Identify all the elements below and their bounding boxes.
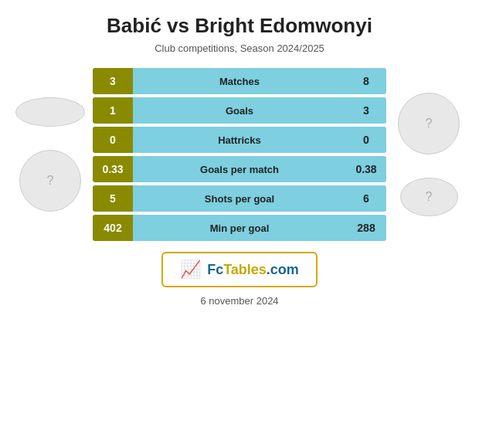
- stats-table: 3Matches81Goals30Hattricks00.33Goals per…: [93, 68, 386, 241]
- stat-row: 0Hattricks0: [93, 127, 386, 153]
- stat-right-value: 8: [346, 68, 386, 94]
- stat-right-value: 6: [346, 185, 386, 212]
- question-icon-right-top: ?: [426, 117, 433, 131]
- stat-label: Shots per goal: [133, 185, 346, 212]
- stat-row: 402Min per goal288: [93, 215, 386, 241]
- comparison-area: ? 3Matches81Goals30Hattricks00.33Goals p…: [0, 68, 479, 241]
- stat-label: Hattricks: [133, 127, 346, 153]
- stat-left-value: 0: [93, 127, 133, 153]
- logo-icon: 📈: [180, 260, 201, 280]
- avatar-left-middle: ?: [19, 150, 81, 212]
- stat-left-value: 0.33: [93, 156, 133, 182]
- question-icon-left-middle: ?: [47, 174, 54, 188]
- stat-label: Goals per match: [133, 156, 346, 182]
- avatar-left-top: [15, 97, 85, 127]
- avatar-right-top: ?: [398, 93, 460, 154]
- stat-right-value: 0.38: [346, 156, 386, 182]
- stat-right-value: 288: [346, 215, 386, 241]
- stat-label: Matches: [133, 68, 346, 94]
- stat-row: 0.33Goals per match0.38: [93, 156, 386, 182]
- logo-box: 📈 FcTables.com: [161, 252, 318, 287]
- avatar-right-bottom: ?: [400, 178, 458, 216]
- page-title: Babić vs Bright Edomwonyi: [107, 14, 372, 38]
- left-avatars: ?: [8, 97, 93, 212]
- logo-area: 📈 FcTables.com: [161, 252, 318, 287]
- main-container: Babić vs Bright Edomwonyi Club competiti…: [0, 0, 479, 448]
- stat-right-value: 3: [346, 97, 386, 124]
- right-avatars: ? ?: [386, 93, 471, 216]
- stat-left-value: 3: [93, 68, 133, 94]
- stat-left-value: 402: [93, 215, 133, 241]
- date-label: 6 november 2024: [200, 295, 278, 307]
- stat-label: Goals: [133, 97, 346, 124]
- stat-right-value: 0: [346, 127, 386, 153]
- logo-text: FcTables.com: [207, 262, 299, 278]
- stat-row: 5Shots per goal6: [93, 185, 386, 212]
- stat-label: Min per goal: [133, 215, 346, 241]
- stat-left-value: 1: [93, 97, 133, 124]
- question-icon-right-bottom: ?: [426, 190, 433, 204]
- stat-row: 1Goals3: [93, 97, 386, 124]
- stat-left-value: 5: [93, 185, 133, 212]
- page-subtitle: Club competitions, Season 2024/2025: [155, 42, 324, 54]
- stat-row: 3Matches8: [93, 68, 386, 94]
